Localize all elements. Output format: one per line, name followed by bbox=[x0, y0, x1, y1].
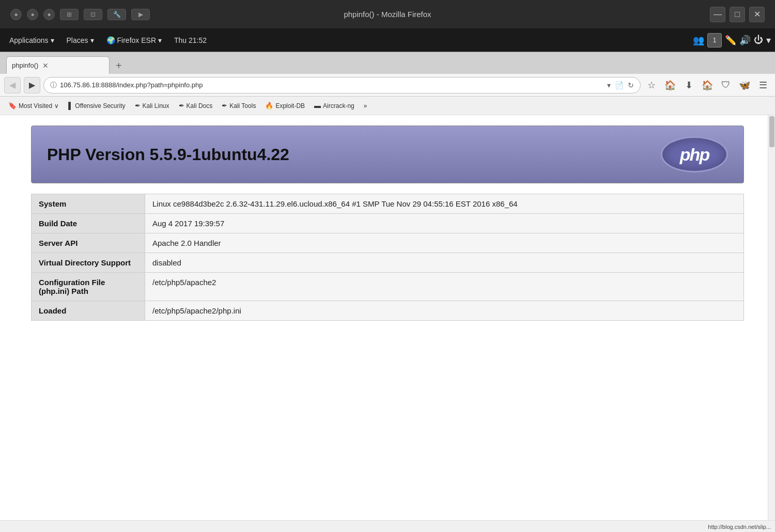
kali-docs-label: Kali Docs bbox=[187, 102, 213, 109]
places-menu[interactable]: Places ▾ bbox=[61, 34, 99, 46]
exploit-db-icon: 🔥 bbox=[265, 102, 273, 109]
row-value-build-date: Aug 4 2017 19:39:57 bbox=[145, 214, 744, 233]
more-bookmarks-label: » bbox=[364, 102, 367, 109]
bookmarks-bar: 🔖 Most Visited ∨ ▌ Offensive Security ✒ … bbox=[0, 97, 775, 115]
minimize-button[interactable]: ● bbox=[27, 9, 38, 20]
refresh-icon[interactable]: ↻ bbox=[628, 81, 634, 89]
url-bar[interactable]: ⓘ 106.75.86.18:8888/index.php?path=phpin… bbox=[43, 77, 641, 93]
browser-content: PHP Version 5.5.9-1ubuntu4.22 php System… bbox=[0, 115, 775, 532]
taskbar: Applications ▾ Places ▾ 🌍 Firefox ESR ▾ … bbox=[0, 28, 775, 52]
workspace-badge[interactable]: 1 bbox=[707, 33, 722, 48]
power-icon[interactable]: ⏻ bbox=[754, 35, 763, 45]
bookmark-exploit-db[interactable]: 🔥 Exploit-DB bbox=[261, 101, 309, 111]
clock: Thu 21:52 bbox=[174, 36, 207, 44]
tab-bar: phpinfo() ✕ + bbox=[0, 52, 775, 74]
kali-tools-icon: ✒ bbox=[222, 102, 227, 109]
bookmark-star-icon[interactable]: ☆ bbox=[644, 77, 659, 93]
nav-right-icons: ☆ 🏠 ⬇ 🏠 🛡 🦋 ☰ bbox=[644, 77, 771, 93]
back-button[interactable]: ◀ bbox=[4, 77, 21, 93]
kali-tools-label: Kali Tools bbox=[229, 102, 256, 109]
close-button[interactable]: ● bbox=[10, 9, 22, 20]
offensive-security-label: Offensive Security bbox=[75, 102, 125, 109]
row-value-system: Linux ce9884d3be2c 2.6.32-431.11.29.el6.… bbox=[145, 194, 744, 214]
scrollbar[interactable] bbox=[768, 115, 775, 532]
taskbar-right: 👥 1 ✏️ 🔊 ⏻ ▾ bbox=[693, 33, 771, 48]
time-display: Thu 21:52 bbox=[169, 34, 212, 46]
firefox-menu[interactable]: 🌍 Firefox ESR ▾ bbox=[101, 34, 167, 46]
row-key-config-path: Configuration File (php.ini) Path bbox=[32, 273, 145, 301]
kali-docs-icon: ✒ bbox=[179, 102, 184, 109]
table-row: Server API Apache 2.0 Handler bbox=[32, 233, 744, 253]
tool-button[interactable]: 🔧 bbox=[107, 9, 126, 20]
bookmark-kali-docs[interactable]: ✒ Kali Docs bbox=[175, 101, 217, 111]
row-value-loaded: /etc/php5/apache2/php.ini bbox=[145, 301, 744, 321]
tab-close-button[interactable]: ✕ bbox=[42, 61, 49, 70]
win-minimize-icon[interactable]: — bbox=[710, 7, 725, 22]
firefox-icon: 🌍 bbox=[106, 36, 115, 44]
reader-mode-icon[interactable]: 📄 bbox=[615, 81, 624, 89]
applications-label: Applications bbox=[9, 36, 49, 44]
firefox-label: Firefox ESR bbox=[117, 36, 156, 44]
forward-button[interactable]: ▶ bbox=[131, 9, 150, 20]
bookmark-more[interactable]: » bbox=[360, 101, 371, 111]
most-visited-icon: 🔖 bbox=[8, 102, 17, 109]
places-label: Places bbox=[67, 36, 88, 44]
volume-icon[interactable]: 🔊 bbox=[739, 35, 751, 46]
win-close-icon[interactable]: ✕ bbox=[749, 7, 765, 22]
url-dropdown-icon[interactable]: ▾ bbox=[607, 81, 611, 89]
forward-button[interactable]: ▶ bbox=[24, 77, 40, 93]
row-value-vdir: disabled bbox=[145, 253, 744, 273]
bookmark-offensive-security[interactable]: ▌ Offensive Security bbox=[64, 101, 129, 111]
most-visited-label: Most Visited bbox=[19, 102, 52, 109]
save-icon[interactable]: 🏠 bbox=[662, 77, 678, 93]
url-text[interactable]: 106.75.86.18:8888/index.php?path=phpinfo… bbox=[60, 81, 604, 89]
download-icon[interactable]: ⬇ bbox=[681, 77, 696, 93]
row-value-server-api: Apache 2.0 Handler bbox=[145, 233, 744, 253]
aircrack-icon: ▬ bbox=[314, 102, 321, 109]
status-url: http://blog.csdn.net/slip... bbox=[708, 524, 771, 530]
win-maximize-icon[interactable]: □ bbox=[730, 7, 745, 22]
table-row: Configuration File (php.ini) Path /etc/p… bbox=[32, 273, 744, 301]
nav-bar: ◀ ▶ ⓘ 106.75.86.18:8888/index.php?path=p… bbox=[0, 74, 775, 97]
php-logo-text: php bbox=[680, 145, 709, 165]
active-tab[interactable]: phpinfo() ✕ bbox=[6, 56, 110, 74]
share-button[interactable]: ⊡ bbox=[84, 9, 102, 20]
row-key-build-date: Build Date bbox=[32, 214, 145, 233]
home-icon[interactable]: 🏠 bbox=[700, 77, 715, 93]
new-tab-button[interactable]: + bbox=[112, 60, 126, 72]
system-arrow[interactable]: ▾ bbox=[766, 35, 771, 46]
social-icon[interactable]: 🦋 bbox=[737, 77, 752, 93]
applications-arrow: ▾ bbox=[51, 36, 54, 44]
phpinfo-table: System Linux ce9884d3be2c 2.6.32-431.11.… bbox=[31, 194, 744, 321]
window-controls-right: — □ ✕ bbox=[710, 7, 765, 22]
split-button[interactable]: ⊞ bbox=[60, 9, 79, 20]
browser-title: phpinfo() - Mozilla Firefox bbox=[344, 10, 431, 19]
menu-icon[interactable]: ☰ bbox=[755, 77, 771, 93]
pocket-icon[interactable]: 🛡 bbox=[718, 77, 734, 93]
applications-menu[interactable]: Applications ▾ bbox=[4, 34, 59, 46]
bookmark-aircrack[interactable]: ▬ Aircrack-ng bbox=[310, 101, 359, 111]
table-row: Virtual Directory Support disabled bbox=[32, 253, 744, 273]
firefox-arrow: ▾ bbox=[158, 36, 162, 44]
row-key-system: System bbox=[32, 194, 145, 214]
bookmark-most-visited[interactable]: 🔖 Most Visited ∨ bbox=[4, 101, 63, 111]
row-value-config-path: /etc/php5/apache2 bbox=[145, 273, 744, 301]
pen-icon[interactable]: ✏️ bbox=[725, 35, 736, 46]
bookmark-kali-tools[interactable]: ✒ Kali Tools bbox=[218, 101, 260, 111]
url-bar-icons: ▾ 📄 ↻ bbox=[607, 81, 634, 89]
php-logo: php bbox=[661, 136, 728, 173]
people-icon[interactable]: 👥 bbox=[693, 35, 704, 46]
tab-title: phpinfo() bbox=[12, 61, 38, 69]
row-key-loaded: Loaded bbox=[32, 301, 145, 321]
scroll-thumb[interactable] bbox=[769, 116, 774, 147]
phpinfo-content: PHP Version 5.5.9-1ubuntu4.22 php System… bbox=[0, 115, 775, 532]
aircrack-label: Aircrack-ng bbox=[323, 102, 354, 109]
maximize-button[interactable]: ● bbox=[43, 9, 55, 20]
most-visited-arrow: ∨ bbox=[54, 102, 59, 109]
table-row: Build Date Aug 4 2017 19:39:57 bbox=[32, 214, 744, 233]
kali-linux-icon: ✒ bbox=[135, 102, 141, 109]
php-version: PHP Version 5.5.9-1ubuntu4.22 bbox=[47, 145, 289, 164]
exploit-db-label: Exploit-DB bbox=[275, 102, 305, 109]
table-row: Loaded /etc/php5/apache2/php.ini bbox=[32, 301, 744, 321]
bookmark-kali-linux[interactable]: ✒ Kali Linux bbox=[131, 101, 174, 111]
